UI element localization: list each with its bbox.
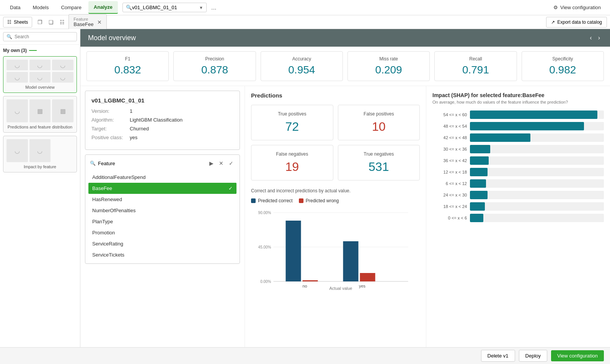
model-overview-title: Model overview [88,34,136,42]
sheet-card-impact[interactable]: ◡ ◡ Impact by feature [3,136,77,172]
true-positives-cell: True positives 72 [251,105,333,140]
metric-miss-rate-label: Miss rate [354,56,423,62]
nav-next-button[interactable]: › [596,34,602,42]
metric-recall-value: 0.791 [441,64,510,76]
content-area: Model overview ‹ › F1 0.832 Precision 0.… [80,29,610,347]
shap-bar-track [470,145,604,153]
nav-item-data[interactable]: Data [5,2,26,13]
main-grid: v01_LGBMC_01_01 Version: 1 Algorithm: Li… [80,86,610,347]
false-positives-cell: False positives 10 [338,105,420,140]
metric-precision: Precision 0.878 [173,51,256,81]
model-info-card: v01_LGBMC_01_01 Version: 1 Algorithm: Li… [85,91,240,150]
grid-icon: ☷ [7,20,11,25]
impact-card-cell-2: ◡ [29,139,51,162]
nav-item-analyze[interactable]: Analyze [88,1,118,14]
metric-f1: F1 0.832 [86,51,169,81]
feature-actions: ▶ ✕ ✓ [208,159,235,167]
shap-bar-row-8: 18 <= x < 24 [432,202,604,211]
shap-bar-row-5: 12 <= x < 18 [432,168,604,176]
svg-text:45.00%: 45.00% [258,245,271,249]
shap-bar-label: 36 <= x < 42 [432,158,467,163]
shap-bar-label: 30 <= x < 36 [432,147,467,151]
feature-item-service-rating[interactable]: ServiceRating [88,238,236,249]
shap-bar-row-9: 0 <= x < 6 [432,214,604,222]
card-cell-5: ◡ [29,72,51,83]
feature-item-promotion[interactable]: Promotion [88,227,236,238]
bar-no-wrong [303,280,318,281]
tab-close-icon[interactable]: ✕ [97,19,102,25]
shap-bar-track [470,214,604,222]
shap-bar-label: 6 <= x < 12 [432,181,467,186]
export-button[interactable]: ↗ Export data to catalog [546,17,607,28]
model-search-bar[interactable]: 🔍 ▼ [122,3,207,12]
tab-icon-duplicate[interactable]: ❏ [46,18,56,27]
false-negatives-cell: False negatives 19 [251,145,333,180]
sidebar-search-icon: 🔍 [7,34,12,39]
nav-arrows: ‹ › [587,34,602,42]
feature-item-plan-type[interactable]: PlanType [88,216,236,227]
shap-bar-row-2: 42 <= x < 48 [432,133,604,142]
shap-bar-fill [470,179,486,188]
metric-accuracy-value: 0.954 [267,64,336,76]
model-info-positive-class: Positive class: yes [91,135,233,140]
svg-text:Actual value: Actual value [329,286,352,291]
shap-bar-label: 0 <= x < 6 [432,216,467,220]
shap-bar-track [470,168,604,176]
tab-icon-settings[interactable]: ☷ [57,18,67,27]
sheet-card-predictions[interactable]: ◡ ▩ ▩ Predictions and feature distributi… [3,96,77,133]
metric-precision-value: 0.878 [180,64,249,76]
deploy-button[interactable]: Deploy [519,350,547,362]
shap-bar-track [470,191,604,199]
shap-bar-row-1: 48 <= x < 54 [432,122,604,130]
dropdown-arrow-icon: ▼ [199,5,203,10]
shap-bar-label: 48 <= x < 54 [432,124,467,128]
feature-tab[interactable]: Feature BaseFee ✕ [69,14,107,30]
metric-miss-rate: Miss rate 0.209 [347,51,430,81]
shap-bar-fill [470,191,488,199]
feature-item-additional-feature-spend[interactable]: AdditionalFeatureSpend [88,172,236,183]
shap-bar-fill [470,214,483,222]
feature-search-input[interactable] [98,161,206,166]
feature-item-has-renewed[interactable]: HasRenewed [88,194,236,205]
more-options-btn[interactable]: ... [208,3,219,13]
delete-button[interactable]: Delete v1 [481,350,515,362]
chart-legend: Predicted correct Predicted wrong [251,198,420,203]
confusion-matrix: True positives 72 False positives 10 Fal… [251,105,420,180]
svg-text:0.00%: 0.00% [260,280,271,284]
shap-bar-row-6: 6 <= x < 12 [432,179,604,188]
legend-wrong: Predicted wrong [299,198,339,203]
legend-correct: Predicted correct [251,198,293,203]
metric-f1-label: F1 [93,56,162,62]
nav-prev-button[interactable]: ‹ [587,34,594,42]
view-config-top-button[interactable]: ⚙ View configuration [549,2,605,13]
sheet-card-model-overview[interactable]: ◡ ◡ ◡ ◡ ◡ ◡ Model overview [3,56,77,93]
card-cell-3: ◡ [52,60,73,70]
sheet-card-label-1: Model overview [7,85,73,89]
feature-close-btn[interactable]: ✕ [217,159,225,167]
bottom-bar: Delete v1 Deploy View configuration [0,347,610,364]
feature-target-btn[interactable]: ▶ [208,159,215,167]
shap-bar-row-4: 36 <= x < 42 [432,156,604,165]
tab-icons: ❐ ❏ ☷ [35,18,67,27]
metric-f1-value: 0.832 [93,64,162,76]
bar-chart-container: 90.00% 45.00% 0.00% [251,206,420,291]
sidebar-search-input[interactable] [15,34,73,39]
shap-bars-container: 54 <= x < 60 48 <= x < 54 42 <= x < 48 3… [432,110,604,222]
nav-right: ⚙ View configuration [549,2,605,13]
metric-precision-label: Precision [180,56,249,62]
feature-item-number-of-penalties[interactable]: NumberOfPenalties [88,205,236,216]
model-search-input[interactable] [132,5,199,10]
feature-check-btn[interactable]: ✓ [227,159,235,167]
metric-specificity: Specificity 0.982 [522,51,604,81]
nav-item-compare[interactable]: Compare [55,2,86,13]
feature-item-base-fee[interactable]: BaseFee [88,183,236,194]
bar-no-correct [286,221,301,281]
feature-item-service-tickets[interactable]: ServiceTickets [88,249,236,260]
bar-yes-wrong [360,273,375,281]
tab-icon-expand[interactable]: ❐ [35,18,45,27]
metric-accuracy: Accuracy 0.954 [261,51,343,81]
sheets-button[interactable]: ☷ Sheets [3,17,32,28]
view-config-bottom-button[interactable]: View configuration [551,350,604,361]
metric-miss-rate-value: 0.209 [354,64,423,76]
nav-item-models[interactable]: Models [27,2,54,13]
